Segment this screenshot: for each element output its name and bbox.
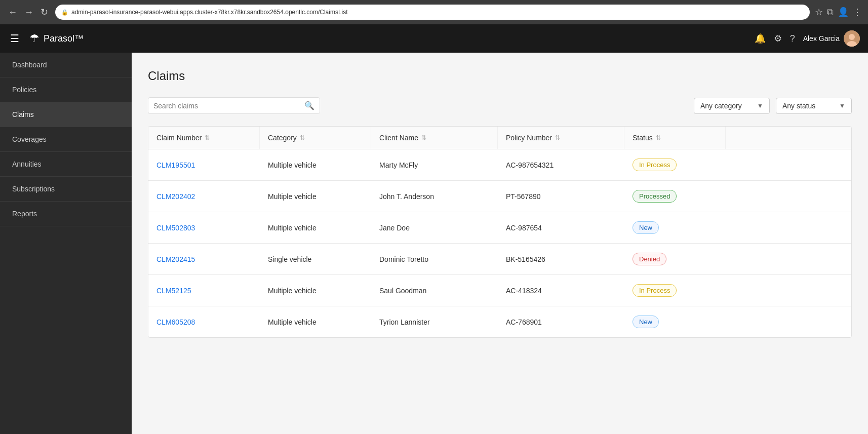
settings-button[interactable]: ⚙ [774, 33, 782, 44]
sidebar-item-reports[interactable]: Reports [0, 202, 132, 226]
lock-icon: 🔒 [61, 9, 68, 16]
sidebar-item-policies[interactable]: Policies [0, 77, 132, 102]
status-dropdown-arrow: ▼ [839, 102, 845, 109]
table-row: CLM202402 Multiple vehicle John T. Ander… [148, 181, 851, 212]
claim-link[interactable]: CLM202415 [156, 255, 195, 263]
policy-number-cell: AC-987654 [498, 212, 624, 243]
back-button[interactable]: ← [6, 6, 19, 19]
avatar [844, 30, 860, 47]
category-cell: Multiple vehicle [260, 306, 371, 337]
main-body: Dashboard Policies Claims Coverages Annu… [0, 53, 868, 434]
table-row: CLM195501 Multiple vehicle Marty McFly A… [148, 149, 851, 181]
search-box: 🔍 [148, 97, 320, 114]
extension-icon[interactable]: ⧉ [827, 7, 834, 18]
url-text: admin-parasol-insurance-parasol-webui.ap… [71, 9, 804, 16]
claim-link[interactable]: CLM502803 [156, 224, 195, 232]
hamburger-button[interactable]: ☰ [8, 30, 21, 47]
forward-button[interactable]: → [22, 6, 35, 19]
logo-umbrella-icon: ☂ [29, 32, 40, 45]
more-menu-icon[interactable]: ⋮ [853, 7, 862, 18]
client-name-cell: Tyrion Lannister [371, 306, 498, 337]
status-cell: New [624, 306, 726, 337]
sidebar-item-claims[interactable]: Claims [0, 102, 132, 127]
svg-point-1 [849, 34, 855, 40]
status-cell: In Process [624, 149, 726, 180]
table-row: CLM52125 Multiple vehicle Saul Goodman A… [148, 275, 851, 306]
status-badge: In Process [633, 284, 677, 297]
status-cell: New [624, 212, 726, 243]
policy-number-cell: AC-418324 [498, 275, 624, 306]
status-cell: In Process [624, 275, 726, 306]
table-header: Claim Number ⇅ Category ⇅ Client Name ⇅ … [148, 127, 851, 149]
content-area: Claims 🔍 Any category ▼ Any status ▼ [132, 53, 868, 434]
page-title: Claims [148, 69, 852, 83]
table-row: CLM202415 Single vehicle Dominic Toretto… [148, 244, 851, 275]
status-badge: New [633, 221, 659, 234]
claim-number-cell: CLM605208 [148, 306, 260, 337]
sort-status-icon[interactable]: ⇅ [656, 134, 661, 141]
actions-cell [726, 275, 851, 306]
table-row: CLM502803 Multiple vehicle Jane Doe AC-9… [148, 212, 851, 244]
user-area[interactable]: Alex Garcia [803, 30, 860, 47]
status-filter-label: Any status [782, 102, 815, 110]
client-name-cell: Marty McFly [371, 149, 498, 180]
sidebar-item-annuities[interactable]: Annuities [0, 152, 132, 177]
status-cell: Processed [624, 181, 726, 212]
search-button[interactable]: 🔍 [304, 101, 314, 110]
browser-nav-buttons: ← → ↻ [6, 6, 50, 19]
app-container: ☰ ☂ Parasol™ 🔔 ⚙ ? Alex Garcia [0, 24, 868, 434]
claims-table: Claim Number ⇅ Category ⇅ Client Name ⇅ … [148, 126, 852, 338]
sort-category-icon[interactable]: ⇅ [300, 134, 305, 141]
sidebar-item-dashboard[interactable]: Dashboard [0, 53, 132, 77]
status-filter[interactable]: Any status ▼ [776, 98, 852, 114]
category-cell: Multiple vehicle [260, 149, 371, 180]
claim-link[interactable]: CLM202402 [156, 192, 195, 201]
actions-cell [726, 244, 851, 274]
profile-icon[interactable]: 👤 [838, 7, 849, 18]
actions-cell [726, 149, 851, 180]
claim-number-cell: CLM195501 [148, 149, 260, 180]
refresh-button[interactable]: ↻ [38, 6, 50, 19]
claim-link[interactable]: CLM195501 [156, 161, 195, 169]
sidebar-item-subscriptions[interactable]: Subscriptions [0, 177, 132, 202]
notifications-button[interactable]: 🔔 [755, 33, 766, 44]
claim-number-cell: CLM202402 [148, 181, 260, 212]
status-badge: Processed [633, 190, 677, 203]
top-nav: ☰ ☂ Parasol™ 🔔 ⚙ ? Alex Garcia [0, 24, 868, 53]
th-status: Status ⇅ [624, 127, 726, 149]
search-input[interactable] [153, 102, 301, 110]
top-nav-actions: 🔔 ⚙ ? Alex Garcia [755, 30, 860, 47]
actions-cell [726, 306, 851, 337]
status-cell: Denied [624, 244, 726, 274]
policy-number-cell: AC-768901 [498, 306, 624, 337]
category-filter[interactable]: Any category ▼ [694, 98, 770, 114]
sort-claim-number-icon[interactable]: ⇅ [205, 134, 210, 141]
category-filter-label: Any category [700, 102, 742, 110]
sidebar-item-coverages[interactable]: Coverages [0, 127, 132, 152]
th-category: Category ⇅ [260, 127, 371, 149]
status-badge: Denied [633, 253, 666, 265]
sort-client-icon[interactable]: ⇅ [421, 134, 426, 141]
actions-cell [726, 212, 851, 243]
status-badge: In Process [633, 159, 677, 171]
sort-policy-icon[interactable]: ⇅ [555, 134, 560, 141]
th-policy-number: Policy Number ⇅ [498, 127, 624, 149]
category-dropdown-arrow: ▼ [757, 102, 763, 109]
client-name-cell: Jane Doe [371, 212, 498, 243]
th-claim-number: Claim Number ⇅ [148, 127, 260, 149]
help-button[interactable]: ? [790, 33, 795, 44]
status-badge: New [633, 315, 659, 328]
claim-link[interactable]: CLM605208 [156, 318, 195, 326]
table-row: CLM605208 Multiple vehicle Tyrion Lannis… [148, 306, 851, 337]
th-client-name: Client Name ⇅ [371, 127, 498, 149]
th-actions [726, 127, 851, 149]
address-bar[interactable]: 🔒 admin-parasol-insurance-parasol-webui.… [55, 5, 810, 20]
claim-link[interactable]: CLM52125 [156, 287, 191, 295]
client-name-cell: John T. Anderson [371, 181, 498, 212]
category-cell: Multiple vehicle [260, 212, 371, 243]
category-cell: Multiple vehicle [260, 275, 371, 306]
user-name: Alex Garcia [803, 34, 840, 43]
bookmark-icon[interactable]: ☆ [815, 7, 823, 18]
logo-text: Parasol™ [44, 33, 84, 44]
policy-number-cell: PT-567890 [498, 181, 624, 212]
